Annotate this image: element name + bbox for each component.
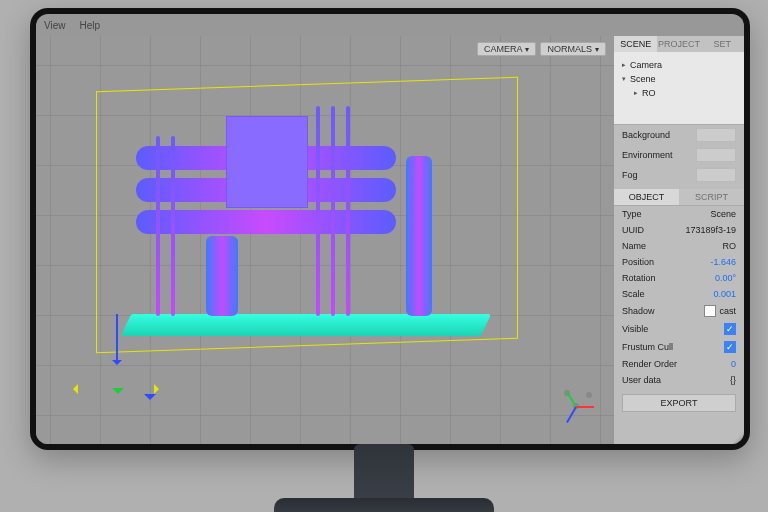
- main-area: CAMERA▾ NORMALS▾ SCENE PROJECT SET: [36, 36, 744, 444]
- model-thin-pipe: [156, 136, 160, 316]
- tree-item-ro[interactable]: ▸RO: [622, 86, 736, 100]
- object-tabs: OBJECT SCRIPT: [614, 189, 744, 205]
- prop-frustum: Frustum Cull✓: [614, 338, 744, 356]
- environment-swatch[interactable]: [696, 148, 736, 162]
- gizmo-y-icon: [566, 391, 577, 408]
- chevron-down-icon: ▾: [595, 45, 599, 54]
- prop-shadow: Shadowcast: [614, 302, 744, 320]
- monitor-stand-neck: [354, 444, 414, 504]
- screen: View Help: [36, 14, 744, 444]
- triangle-down-icon: ▾: [622, 72, 626, 86]
- gizmo-z-icon: [566, 407, 577, 424]
- chevron-down-icon: ▾: [525, 45, 529, 54]
- environment-section: Background Environment Fog: [614, 124, 744, 185]
- tab-settings[interactable]: SET: [701, 36, 744, 52]
- model-pipe: [136, 210, 396, 234]
- transform-gizmo[interactable]: [76, 324, 156, 404]
- model-thin-pipe: [316, 106, 320, 316]
- scale-input[interactable]: 0.001: [713, 289, 736, 299]
- model-thin-pipe: [331, 106, 335, 316]
- prop-fog: Fog: [614, 165, 744, 185]
- tab-object[interactable]: OBJECT: [614, 189, 679, 205]
- menu-help[interactable]: Help: [80, 20, 101, 31]
- prop-environment: Environment: [614, 145, 744, 165]
- side-panel: SCENE PROJECT SET ▸Camera ▾Scene ▸RO Bac…: [614, 36, 744, 444]
- prop-scale: Scale0.001: [614, 286, 744, 302]
- prop-user-data: User data{}: [614, 372, 744, 388]
- visible-checkbox[interactable]: ✓: [724, 323, 736, 335]
- viewport-3d[interactable]: CAMERA▾ NORMALS▾: [36, 36, 614, 444]
- position-input[interactable]: -1.646: [710, 257, 736, 267]
- monitor-bezel: View Help: [30, 8, 750, 450]
- rotation-input[interactable]: 0.00°: [715, 273, 736, 283]
- axis-green-icon: [112, 388, 124, 400]
- frustum-checkbox[interactable]: ✓: [724, 341, 736, 353]
- prop-type: TypeScene: [614, 206, 744, 222]
- model-cylinder: [206, 236, 238, 316]
- scene-tree: ▸Camera ▾Scene ▸RO: [614, 52, 744, 124]
- tab-script[interactable]: SCRIPT: [679, 189, 744, 205]
- prop-visible: Visible✓: [614, 320, 744, 338]
- name-input[interactable]: RO: [723, 241, 737, 251]
- tab-scene[interactable]: SCENE: [614, 36, 657, 52]
- panel-tabs: SCENE PROJECT SET: [614, 36, 744, 52]
- prop-position: Position-1.646: [614, 254, 744, 270]
- uuid-value: 173189f3-19: [685, 225, 736, 235]
- axis-blue-icon: [144, 394, 156, 406]
- prop-uuid: UUID173189f3-19: [614, 222, 744, 238]
- shading-select[interactable]: NORMALS▾: [540, 42, 606, 56]
- model-thin-pipe: [346, 106, 350, 316]
- shadow-cast-checkbox[interactable]: [704, 305, 716, 317]
- top-menu-bar: View Help: [36, 14, 744, 36]
- tree-item-camera[interactable]: ▸Camera: [622, 58, 736, 72]
- triangle-right-icon: ▸: [622, 58, 626, 72]
- prop-name: NameRO: [614, 238, 744, 254]
- fog-swatch[interactable]: [696, 168, 736, 182]
- triangle-right-icon: ▸: [634, 86, 638, 100]
- user-data-input[interactable]: {}: [730, 375, 736, 385]
- prop-rotation: Rotation0.00°: [614, 270, 744, 286]
- tree-item-scene[interactable]: ▾Scene: [622, 72, 736, 86]
- render-order-input[interactable]: 0: [731, 359, 736, 369]
- type-value: Scene: [710, 209, 736, 219]
- prop-render-order: Render Order0: [614, 356, 744, 372]
- object-properties: TypeScene UUID173189f3-19 NameRO Positio…: [614, 205, 744, 388]
- orientation-gizmo[interactable]: [556, 386, 596, 426]
- gizmo-x-icon: [576, 406, 594, 408]
- monitor-stand-base: [274, 498, 494, 512]
- background-swatch[interactable]: [696, 128, 736, 142]
- prop-background: Background: [614, 125, 744, 145]
- model-panel: [226, 116, 308, 208]
- menu-view[interactable]: View: [44, 20, 66, 31]
- viewport-controls: CAMERA▾ NORMALS▾: [477, 42, 606, 56]
- model-cylinder: [406, 156, 432, 316]
- 3d-model: [116, 106, 496, 336]
- model-base: [121, 314, 491, 336]
- camera-select[interactable]: CAMERA▾: [477, 42, 537, 56]
- tab-project[interactable]: PROJECT: [657, 36, 700, 52]
- gizmo-dot-icon: [586, 392, 592, 398]
- model-thin-pipe: [171, 136, 175, 316]
- axis-z-icon: [116, 314, 118, 364]
- export-button[interactable]: EXPORT: [622, 394, 736, 412]
